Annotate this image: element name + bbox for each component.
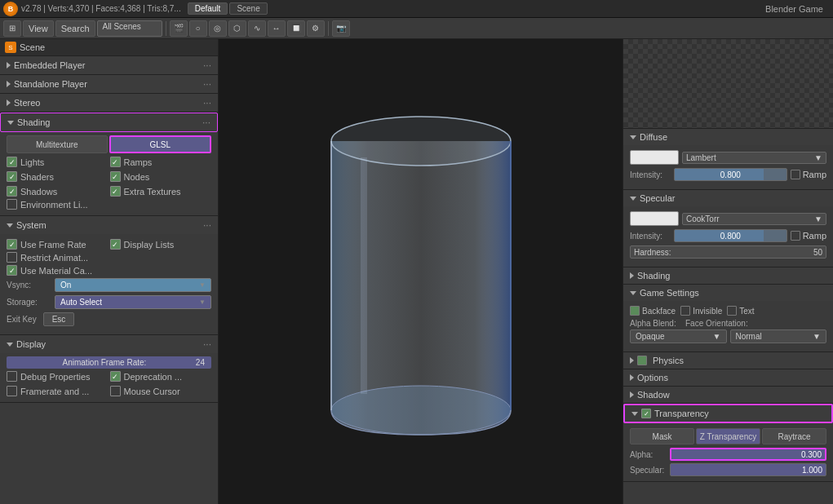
transparency-header[interactable]: ✓ Transparency xyxy=(623,404,833,423)
specular-ramp-label: Ramp xyxy=(803,231,826,241)
display-menu[interactable]: ··· xyxy=(203,338,211,350)
use-frame-rate-row: ✓ Use Frame Rate xyxy=(7,239,109,250)
mouse-cursor-cb[interactable] xyxy=(110,386,121,396)
deprecation-cb[interactable]: ✓ xyxy=(110,371,121,382)
mask-btn[interactable]: Mask xyxy=(630,428,694,444)
section-menu3[interactable]: ··· xyxy=(203,97,211,108)
panel-scene-header: S Scene xyxy=(0,39,218,56)
standalone-player-header[interactable]: Standalone Player ··· xyxy=(0,75,218,93)
view-menu[interactable]: View xyxy=(23,20,54,37)
shadows-row: ✓ Shadows xyxy=(7,186,109,197)
toolbar-icon-2[interactable]: ○ xyxy=(189,20,207,37)
toolbar-icon-7[interactable]: 🔲 xyxy=(287,20,305,37)
storage-row: Storage: Auto Select ▼ xyxy=(7,295,211,309)
deprecation-row: ✓ Deprecation ... xyxy=(110,371,212,382)
alpha-slider[interactable]: 0.300 xyxy=(670,448,826,461)
specular-expand xyxy=(630,197,636,201)
search-btn[interactable]: Search xyxy=(55,20,95,37)
use-material-cb[interactable]: ✓ xyxy=(7,265,17,276)
toolbar-icon-3[interactable]: ◎ xyxy=(209,20,227,37)
section-menu2[interactable]: ··· xyxy=(203,78,211,90)
extra-textures-checkbox[interactable]: ✓ xyxy=(110,186,121,197)
display-header[interactable]: Display ··· xyxy=(0,335,218,353)
opaque-dropdown[interactable]: Opaque ▼ xyxy=(630,329,727,343)
toolbar-icon-6[interactable]: ↔ xyxy=(268,20,286,37)
stereo-header[interactable]: Stereo ··· xyxy=(0,94,218,112)
scenes-dropdown[interactable]: All Scenes xyxy=(97,20,162,37)
system-menu[interactable]: ··· xyxy=(203,219,211,231)
svg-point-1 xyxy=(331,386,511,435)
game-settings-header[interactable]: Game Settings xyxy=(623,285,833,301)
anim-frame-value: 24 xyxy=(196,358,205,367)
system-header[interactable]: System ··· xyxy=(0,216,218,234)
use-frame-rate-cb[interactable]: ✓ xyxy=(7,239,17,250)
tab-scene[interactable]: Scene xyxy=(229,2,267,15)
anim-frame-rate-bar[interactable]: Animation Frame Rate: 24 xyxy=(7,356,211,369)
physics-enable-cb[interactable] xyxy=(637,356,647,365)
specular-shader-dropdown[interactable]: CookTorr ▼ xyxy=(682,213,826,225)
shaders-row: ✓ Shaders xyxy=(7,171,109,182)
embedded-player-header[interactable]: Embedded Player ··· xyxy=(0,56,218,74)
normal-dropdown[interactable]: Normal ▼ xyxy=(730,329,827,343)
display-lists-cb[interactable]: ✓ xyxy=(110,239,121,250)
toolbar-icon-8[interactable]: ⚙ xyxy=(307,20,325,37)
multitexture-btn[interactable]: Multitexture xyxy=(7,135,108,153)
diffuse-header[interactable]: Diffuse xyxy=(623,129,833,145)
material-preview xyxy=(623,39,833,129)
hardness-slider[interactable]: Hardness: 50 xyxy=(630,245,826,259)
right-shading-header[interactable]: Shading xyxy=(623,267,833,284)
standalone-player-label: Standalone Player xyxy=(14,79,87,89)
shaders-checkbox[interactable]: ✓ xyxy=(7,171,17,182)
invisible-cb[interactable] xyxy=(680,306,690,316)
framerate-cb[interactable] xyxy=(7,386,17,396)
esc-button[interactable]: Esc xyxy=(43,312,75,326)
transparency-enable-cb[interactable]: ✓ xyxy=(641,409,651,418)
restrict-anim-cb[interactable] xyxy=(7,252,17,263)
storage-dropdown[interactable]: Auto Select ▼ xyxy=(55,295,211,309)
alpha-label: Alpha: xyxy=(630,450,667,459)
tab-default[interactable]: Default xyxy=(188,2,228,15)
ramps-checkbox[interactable]: ✓ xyxy=(110,157,121,167)
toolbar-icon-5[interactable]: ∿ xyxy=(248,20,266,37)
section-menu[interactable]: ··· xyxy=(203,60,211,71)
shading-menu[interactable]: ··· xyxy=(202,117,210,128)
toolbar-icon-1[interactable]: 🎬 xyxy=(170,20,188,37)
specular2-value: 1.000 xyxy=(802,464,822,475)
viewport[interactable] xyxy=(219,39,623,504)
shading-mode-row: Multitexture GLSL xyxy=(7,135,211,153)
debug-props-label: Debug Properties xyxy=(20,372,91,382)
specular-intensity-slider[interactable]: 0.800 xyxy=(674,229,787,242)
specular-header[interactable]: Specular xyxy=(623,190,833,206)
diffuse-shader-dropdown[interactable]: Lambert ▼ xyxy=(682,152,826,164)
raytrace-btn[interactable]: Raytrace xyxy=(762,428,826,444)
opaque-chevron: ▼ xyxy=(713,332,721,341)
z-transparency-btn[interactable]: Z Transparency xyxy=(696,428,760,444)
use-material-label: Use Material Ca... xyxy=(20,266,92,276)
left-panel: S Scene Embedded Player ··· Standalone P… xyxy=(0,39,219,504)
physics-header[interactable]: Physics xyxy=(623,352,833,369)
env-lights-checkbox[interactable] xyxy=(7,199,17,210)
lights-checkbox[interactable]: ✓ xyxy=(7,157,17,167)
specular2-slider[interactable]: 1.000 xyxy=(670,463,826,476)
diffuse-color-swatch[interactable] xyxy=(630,150,679,165)
specular-color-swatch[interactable] xyxy=(630,211,679,226)
vsync-dropdown[interactable]: On ▼ xyxy=(55,278,211,292)
diffuse-ramp-cb[interactable] xyxy=(791,170,800,179)
shading-header[interactable]: Shading ··· xyxy=(0,113,218,132)
options-header[interactable]: Options xyxy=(623,369,833,386)
toolbar-icon-4[interactable]: ⬡ xyxy=(228,20,246,37)
backface-cb[interactable] xyxy=(630,306,640,316)
toolbar-btn-1[interactable]: ⊞ xyxy=(3,20,21,37)
nodes-checkbox[interactable]: ✓ xyxy=(110,171,121,182)
stereo-label: Stereo xyxy=(14,98,40,108)
specular-ramp-cb[interactable] xyxy=(791,231,800,241)
blender-logo: B xyxy=(3,2,18,16)
shadow-header[interactable]: Shadow xyxy=(623,387,833,403)
shadow-label: Shadow xyxy=(637,390,670,400)
debug-props-cb[interactable] xyxy=(7,371,17,382)
toolbar-icon-9[interactable]: 📷 xyxy=(332,20,350,37)
glsl-btn[interactable]: GLSL xyxy=(109,135,212,153)
shadows-checkbox[interactable]: ✓ xyxy=(7,186,17,197)
text-cb[interactable] xyxy=(727,306,737,316)
diffuse-intensity-slider[interactable]: 0.800 xyxy=(674,168,787,181)
